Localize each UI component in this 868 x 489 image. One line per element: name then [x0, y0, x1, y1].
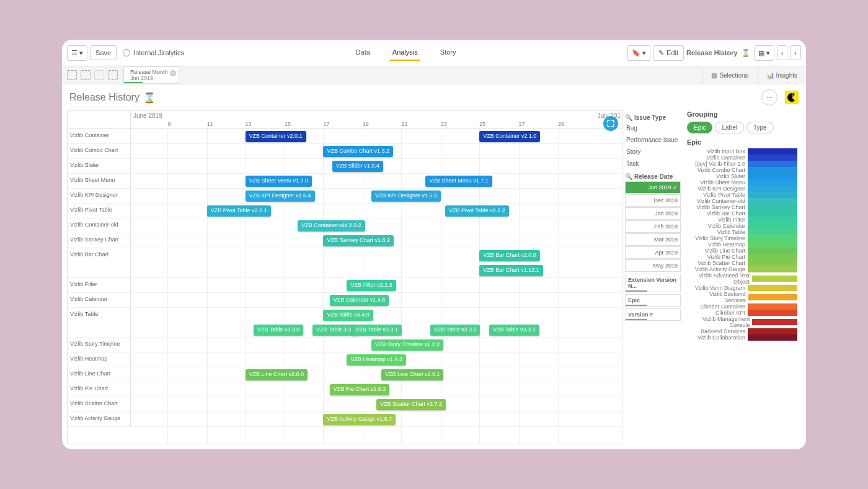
- scatter-icon[interactable]: [761, 89, 777, 105]
- insights-panel[interactable]: 📊Insights: [757, 67, 806, 84]
- issue-type-item[interactable]: Story: [625, 146, 681, 158]
- issue-type-item[interactable]: Bug: [625, 122, 681, 134]
- row-track: VZB Scatter Chart v2.7.2: [131, 397, 622, 411]
- legend-row[interactable]: Vizlib Collaboration: [687, 334, 797, 341]
- grouping-pill[interactable]: Label: [715, 122, 743, 133]
- save-button[interactable]: Save: [90, 45, 117, 60]
- legend-row[interactable]: Vizlib Container-old: [687, 198, 797, 204]
- legend-row[interactable]: Vizlib Combo Chart: [687, 167, 797, 173]
- legend-row[interactable]: Vizlib Venn Diagram: [687, 285, 797, 291]
- legend-row[interactable]: Climber KPI: [687, 310, 797, 316]
- sel-tool-1[interactable]: [67, 70, 77, 80]
- legend-row[interactable]: Vizlib Story Timeline: [687, 235, 797, 241]
- legend-row[interactable]: Vizlib Scatter Chart: [687, 260, 797, 266]
- release-date-item[interactable]: May 2019: [625, 259, 681, 272]
- release-event[interactable]: VZB Heatmap v1.9.2: [347, 354, 406, 366]
- release-event[interactable]: VZB Container v2.1.0: [479, 131, 540, 142]
- release-event[interactable]: VZB Container v2.0.1: [246, 131, 306, 142]
- release-event[interactable]: VZB Bar Chart v2.0.0: [479, 250, 540, 261]
- sel-tool-2[interactable]: [81, 70, 91, 80]
- release-date-item[interactable]: Jan 2019: [625, 207, 681, 220]
- release-event[interactable]: VZB Container-old 2.0.2: [298, 220, 365, 231]
- gantt-chart[interactable]: June 2019 July 201 911131517192123252729…: [67, 110, 622, 444]
- legend-row[interactable]: Vizlib Sheet Menu: [687, 179, 797, 186]
- legend-row[interactable]: Vizlib Input Box: [687, 148, 797, 155]
- release-event[interactable]: VZB Table v3.3.2: [430, 325, 480, 336]
- color-swatch: [748, 266, 797, 272]
- legend-row[interactable]: [dev] Vizlib Filter 2.0: [687, 161, 797, 167]
- release-event[interactable]: VZB Table v3.3.0: [254, 325, 303, 336]
- legend-row[interactable]: Vizlib Management Console: [687, 316, 797, 328]
- legend-row[interactable]: Vizlib Activity Gauge: [687, 266, 797, 272]
- release-event[interactable]: VZB Pivot Table v2.2.2: [445, 205, 509, 217]
- legend-row[interactable]: Vizlib Slider: [687, 173, 797, 179]
- tab-data[interactable]: Data: [353, 45, 373, 61]
- sel-tool-4[interactable]: [108, 70, 118, 80]
- legend-row[interactable]: Vizlib Pivot Table: [687, 192, 797, 198]
- legend-row[interactable]: Vizlib Container: [687, 155, 797, 161]
- release-event[interactable]: VZB Sankey Chart v1.6.2: [323, 235, 394, 246]
- release-event[interactable]: VZB Bar Chart v1.12.1: [479, 265, 543, 276]
- release-event[interactable]: VZB Scatter Chart v2.7.2: [376, 399, 446, 410]
- row-track: VZB Sheet Menu v1.7.0VZB Sheet Menu v1.7…: [131, 174, 622, 188]
- release-event[interactable]: VZB KPI Designer v1.5.4: [246, 191, 315, 202]
- grouping-pill[interactable]: Type: [746, 122, 774, 133]
- release-date-item[interactable]: Dec 2018: [625, 194, 681, 207]
- grouping-pill[interactable]: Epic: [687, 122, 712, 133]
- legend-row[interactable]: Vizlib Sankey Chart: [687, 204, 797, 210]
- release-event[interactable]: VZB KPI Designer v1.5.5: [371, 191, 441, 202]
- tab-story[interactable]: Story: [438, 45, 459, 61]
- selections-panel[interactable]: ▤Selections: [702, 67, 756, 84]
- release-event[interactable]: VZB Table v3.3.1: [352, 325, 401, 336]
- issue-type-item[interactable]: Task: [625, 158, 681, 169]
- sel-tool-3[interactable]: [94, 70, 104, 80]
- legend-row[interactable]: Vizlib Filter: [687, 217, 797, 223]
- release-date-item[interactable]: Feb 2019: [625, 220, 681, 233]
- release-date-item[interactable]: Apr 2019: [625, 246, 681, 259]
- release-event[interactable]: VZB Sheet Menu v1.7.0: [246, 176, 312, 187]
- release-event[interactable]: VZB Calendar v1.4.8: [330, 295, 389, 306]
- release-date-item[interactable]: Jun 2019 ✓: [625, 181, 681, 194]
- expand-icon[interactable]: [603, 116, 618, 131]
- legend-row[interactable]: Vizlib KPI Designer: [687, 186, 797, 192]
- release-event[interactable]: VZB Pie Chart v1.6.2: [330, 384, 390, 395]
- issue-type-header[interactable]: 🔍Issue Type: [625, 113, 681, 122]
- release-event[interactable]: VZB Pivot Table v2.2.1: [207, 205, 271, 217]
- menu-button[interactable]: ☰ ▾: [67, 45, 87, 61]
- legend-row[interactable]: Backend Services: [687, 328, 797, 334]
- legend-row[interactable]: Vizlib Bar Chart: [687, 210, 797, 217]
- release-event[interactable]: VZB Slider v1.0.4: [332, 161, 383, 172]
- legend-row[interactable]: Vizlib Calendar: [687, 223, 797, 229]
- grouping-pills: EpicLabelType: [687, 122, 797, 133]
- release-event[interactable]: VZB Line Chart v2.6.1: [381, 369, 444, 380]
- release-date-header[interactable]: 🔍Release Date: [625, 172, 681, 181]
- legend-row[interactable]: Vizlib Backend Services: [687, 291, 797, 303]
- legend-row[interactable]: Vizlib Table: [687, 229, 797, 235]
- release-event[interactable]: VZB Table v3.4.0: [323, 310, 373, 321]
- issue-type-item[interactable]: Performance issue: [625, 134, 681, 146]
- release-event[interactable]: VZB Activity Gauge v1.6.7: [323, 414, 396, 425]
- legend-row[interactable]: Vizlib Line Chart: [687, 248, 797, 254]
- legend-row[interactable]: Vizlib Advanced Text Object: [687, 272, 797, 285]
- edit-button[interactable]: ✎Edit: [653, 45, 684, 61]
- release-event[interactable]: VZB Table v3.3.3: [489, 325, 539, 336]
- collapsed-panel[interactable]: Epic: [625, 294, 681, 307]
- tab-analysis[interactable]: Analysis: [390, 45, 420, 61]
- legend-row[interactable]: Vizlib Heatmap: [687, 241, 797, 248]
- release-event[interactable]: VZB Combo Chart v1.3.2: [323, 146, 393, 157]
- release-event[interactable]: VZB Sheet Menu v1.7.1: [425, 176, 492, 187]
- next-sheet[interactable]: ›: [790, 45, 801, 60]
- bookmark-button[interactable]: 🔖 ▾: [627, 45, 650, 61]
- release-date-item[interactable]: Mar 2019: [625, 233, 681, 246]
- legend-row[interactable]: Climber Container: [687, 303, 797, 310]
- release-event[interactable]: VZB Line Chart v2.6.0: [246, 369, 308, 380]
- release-event[interactable]: VZB Story Timeline v1.2.2: [371, 339, 443, 351]
- sheet-dd[interactable]: ▦ ▾: [754, 45, 774, 61]
- filter-chip-release-month[interactable]: Release Month Jun 2019 ×: [123, 66, 179, 84]
- release-event[interactable]: VZB Filter v2.2.3: [347, 280, 396, 291]
- close-icon[interactable]: ×: [170, 70, 176, 76]
- legend-row[interactable]: Vizlib Pie Chart: [687, 254, 797, 260]
- prev-sheet[interactable]: ‹: [777, 45, 788, 60]
- collapsed-panel[interactable]: Extension Version N...: [625, 274, 681, 292]
- collapsed-panel[interactable]: Version #: [625, 308, 681, 321]
